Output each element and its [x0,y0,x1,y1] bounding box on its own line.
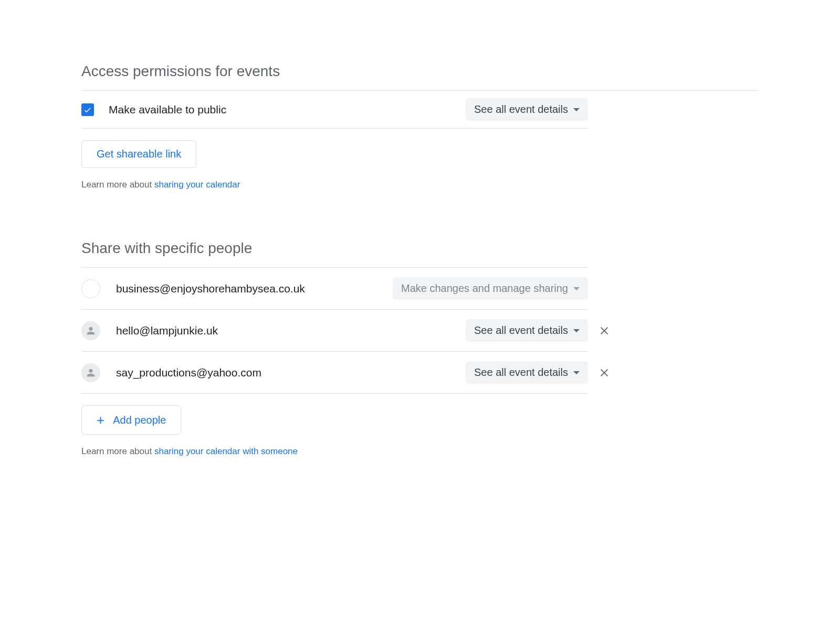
person-email: business@enjoyshorehambysea.co.uk [116,282,393,295]
person-permission-value: See all event details [474,366,568,379]
close-icon [598,325,610,337]
person-permission-value: See all event details [474,324,568,337]
person-email: say_productions@yahoo.com [116,366,466,379]
avatar [81,321,100,340]
person-permission-dropdown: Make changes and manage sharing [393,277,588,300]
public-permission-dropdown[interactable]: See all event details [466,98,588,121]
add-people-label: Add people [113,414,166,426]
share-help-text: Learn more about sharing your calendar w… [81,446,759,457]
avatar [81,363,100,382]
plus-icon: + [97,413,104,427]
remove-person-button[interactable] [597,323,612,338]
share-specific-people-title: Share with specific people [81,240,759,257]
person-icon [85,325,97,337]
make-public-row: Make available to public See all event d… [81,91,588,128]
person-permission-dropdown[interactable]: See all event details [466,361,588,384]
person-icon [85,367,97,379]
check-icon [83,105,92,114]
people-row: business@enjoyshorehambysea.co.ukMake ch… [81,268,588,310]
people-list: business@enjoyshorehambysea.co.ukMake ch… [81,268,759,394]
add-people-button[interactable]: + Add people [81,405,181,435]
chevron-down-icon [573,329,580,332]
remove-person-button[interactable] [597,365,612,380]
person-email: hello@lampjunkie.uk [116,324,466,337]
get-shareable-link-label: Get shareable link [97,148,181,160]
sharing-calendar-with-someone-link[interactable]: sharing your calendar with someone [154,446,298,456]
divider [81,128,588,129]
person-permission-dropdown[interactable]: See all event details [466,319,588,342]
help-prefix: Learn more about [81,180,154,190]
close-icon [598,367,610,379]
public-permission-value: See all event details [474,103,568,116]
people-row: say_productions@yahoo.comSee all event d… [81,352,588,394]
get-shareable-link-button[interactable]: Get shareable link [81,140,196,168]
sharing-calendar-link[interactable]: sharing your calendar [154,180,240,190]
help-prefix: Learn more about [81,446,154,456]
make-public-checkbox[interactable] [81,103,94,116]
chevron-down-icon [573,108,580,111]
chevron-down-icon [573,371,580,374]
avatar [81,279,100,298]
people-row: hello@lampjunkie.ukSee all event details [81,310,588,352]
access-help-text: Learn more about sharing your calendar [81,180,759,190]
chevron-down-icon [573,287,580,290]
make-public-label: Make available to public [109,103,466,116]
access-permissions-title: Access permissions for events [81,63,759,80]
person-permission-value: Make changes and manage sharing [401,282,568,295]
